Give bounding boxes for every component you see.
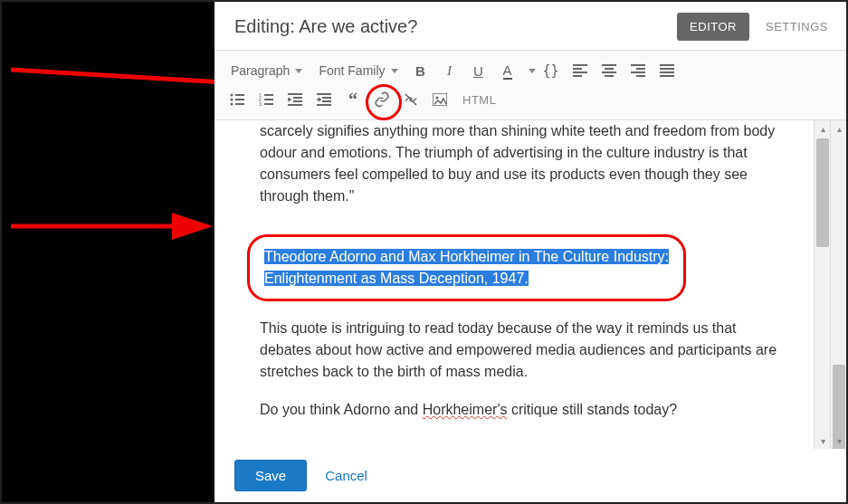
editor-content[interactable]: scarcely signifies anything more than sh… <box>214 120 814 449</box>
indent-button[interactable] <box>310 87 338 112</box>
selected-citation: Theodore Adorno and Max Horkheimer in Th… <box>247 234 686 301</box>
page-title: Editing: Are we active? <box>234 16 677 37</box>
underline-button[interactable]: U <box>465 58 492 83</box>
italic-button[interactable]: I <box>436 58 463 83</box>
editor-tab-button[interactable]: EDITOR <box>677 13 749 41</box>
align-left-button[interactable] <box>567 58 594 83</box>
align-center-button[interactable] <box>596 58 623 83</box>
font-family-label: Font Family <box>319 63 385 78</box>
outdent-button[interactable] <box>281 87 309 112</box>
paragraph-text: Do you think Adorno and Horkheimer's cri… <box>260 399 788 421</box>
header: Editing: Are we active? EDITOR SETTINGS <box>214 2 846 51</box>
text-color-button[interactable]: A <box>494 58 521 83</box>
paragraph-label: Paragraph <box>231 63 290 78</box>
svg-point-2 <box>231 94 233 97</box>
rich-text-toolbar: Paragraph Font Family B I U A {} 123 “ <box>214 51 846 120</box>
svg-point-3 <box>231 99 233 101</box>
paragraph-select[interactable]: Paragraph <box>224 60 310 81</box>
chevron-down-icon[interactable] <box>529 69 536 73</box>
settings-tab-button[interactable]: SETTINGS <box>766 20 828 33</box>
save-button[interactable]: Save <box>234 460 307 491</box>
bullet-list-button[interactable] <box>224 87 251 112</box>
font-family-select[interactable]: Font Family <box>311 60 405 81</box>
svg-point-4 <box>231 103 233 106</box>
footer: Save Cancel <box>214 449 846 502</box>
paragraph-text: This quote is intriguing to read today b… <box>260 318 788 383</box>
link-button[interactable] <box>368 87 395 112</box>
cancel-button[interactable]: Cancel <box>325 468 367 483</box>
inner-scrollbar[interactable]: ▴ ▾ <box>814 120 830 449</box>
unlink-button[interactable] <box>397 87 424 112</box>
left-panel <box>2 2 214 502</box>
chevron-down-icon <box>295 69 302 73</box>
scroll-up-arrow[interactable]: ▴ <box>831 120 846 137</box>
svg-text:3: 3 <box>259 101 262 106</box>
editor-panel: Editing: Are we active? EDITOR SETTINGS … <box>214 2 846 502</box>
align-right-button[interactable] <box>624 58 652 83</box>
align-justify-button[interactable] <box>653 58 681 83</box>
scroll-down-arrow[interactable]: ▾ <box>815 433 831 449</box>
number-list-button[interactable]: 123 <box>252 87 280 112</box>
selected-text[interactable]: Enlightenment as Mass Deception, 1947. <box>264 271 529 286</box>
spellcheck-word[interactable]: Horkheimer's <box>423 402 508 417</box>
outer-scrollbar[interactable]: ▴ ▾ <box>830 120 846 449</box>
paragraph-text: scarcely signifies anything more than sh… <box>260 120 788 207</box>
scroll-up-arrow[interactable]: ▴ <box>815 120 831 137</box>
html-button[interactable]: HTML <box>455 93 503 107</box>
bold-button[interactable]: B <box>407 58 434 83</box>
chevron-down-icon <box>391 69 398 73</box>
blockquote-button[interactable]: “ <box>339 87 367 112</box>
selected-text[interactable]: Theodore Adorno and Max Horkheimer in Th… <box>264 249 669 264</box>
image-button[interactable] <box>426 87 453 112</box>
scroll-thumb[interactable] <box>816 138 829 247</box>
svg-point-9 <box>436 97 439 100</box>
code-button[interactable]: {} <box>538 58 565 83</box>
scroll-down-arrow[interactable]: ▾ <box>831 433 846 449</box>
